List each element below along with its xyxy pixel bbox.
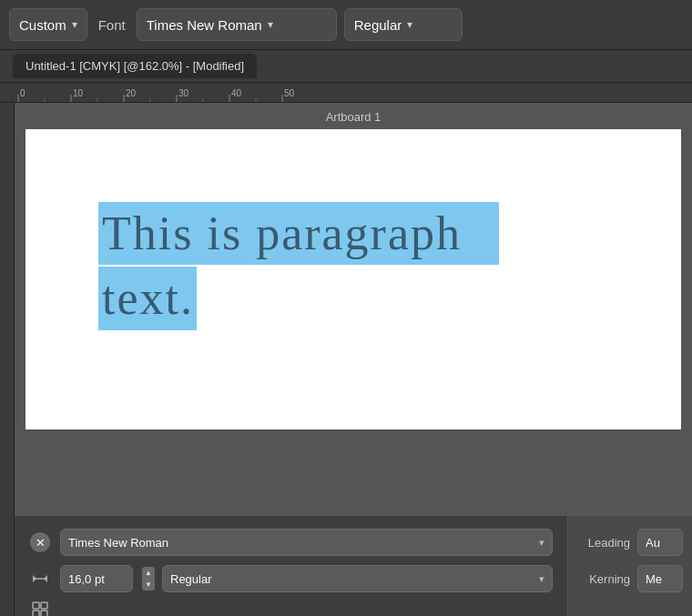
- canvas-area: Artboard 1 This is paragraph text.: [0, 103, 692, 616]
- style-chevron-icon: ▾: [407, 18, 412, 31]
- text-content-line1: This is paragraph: [102, 207, 462, 259]
- style-label: Regular: [354, 17, 402, 33]
- leading-value[interactable]: Au: [637, 529, 683, 556]
- kerning-value-text: Me: [646, 572, 662, 586]
- text-line2: text.: [98, 267, 197, 329]
- leading-label: Leading: [575, 536, 630, 550]
- document-tab[interactable]: Untitled-1 [CMYK] [@162.0%] - [Modified]: [13, 54, 257, 78]
- font-panel-chevron-icon: ▾: [539, 537, 544, 549]
- canvas-content[interactable]: Artboard 1 This is paragraph text.: [15, 103, 692, 616]
- preset-label: Custom: [19, 17, 66, 33]
- title-bar: Untitled-1 [CMYK] [@162.0%] - [Modified]: [0, 50, 692, 83]
- close-panel-button[interactable]: ✕: [30, 532, 50, 552]
- panel-icon-col-1: ✕: [27, 532, 53, 552]
- kerning-label: Kerning: [575, 572, 630, 586]
- style-panel-dropdown[interactable]: Regular ▾: [162, 565, 553, 592]
- style-dropdown[interactable]: Regular ▾: [344, 8, 463, 41]
- font-size-value: 16,0 pt: [68, 572, 105, 586]
- preset-dropdown[interactable]: Custom ▾: [9, 8, 87, 41]
- font-size-stepper[interactable]: ▲ ▼: [142, 567, 155, 591]
- svg-text:50: 50: [284, 88, 295, 98]
- font-size-input[interactable]: 16,0 pt: [60, 565, 133, 592]
- panel-row-size: 16,0 pt ▲ ▼ Regular ▾: [27, 565, 553, 592]
- font-panel-label: Times New Roman: [68, 536, 168, 550]
- font-dropdown[interactable]: Times New Roman ▾: [137, 8, 337, 41]
- svg-text:40: 40: [231, 88, 242, 98]
- svg-rect-20: [41, 602, 47, 609]
- style-panel-label: Regular: [170, 572, 212, 586]
- panel-row-font: ✕ Times New Roman ▾: [27, 529, 553, 556]
- svg-text:20: 20: [126, 88, 137, 98]
- svg-text:10: 10: [73, 88, 84, 98]
- toolbar: Custom ▾ Font Times New Roman ▾ Regular …: [0, 0, 692, 50]
- size-decrease-button[interactable]: ▼: [142, 579, 155, 591]
- arrows-icon: [31, 571, 49, 586]
- text-content-line2: text.: [102, 272, 194, 324]
- svg-text:30: 30: [178, 88, 189, 98]
- ruler: 0 10 20 30 40 50: [0, 83, 692, 103]
- font-name-label: Times New Roman: [147, 17, 262, 33]
- leading-value-text: Au: [646, 536, 660, 550]
- size-increase-button[interactable]: ▲: [142, 567, 155, 579]
- vertical-ruler: [0, 103, 15, 616]
- style-panel-chevron-icon: ▾: [539, 573, 544, 585]
- panel-row-grid: [27, 601, 553, 616]
- preset-chevron-icon: ▾: [72, 18, 77, 31]
- svg-rect-0: [4, 83, 688, 102]
- artboard-label: Artboard 1: [326, 110, 382, 124]
- text-block[interactable]: This is paragraph text.: [98, 202, 499, 330]
- font-label: Font: [95, 17, 129, 33]
- ruler-svg: 0 10 20 30 40 50: [4, 83, 688, 102]
- text-line1: This is paragraph: [98, 202, 499, 265]
- grid-icon: [32, 601, 48, 616]
- kerning-row: Kerning Me: [575, 565, 683, 592]
- kerning-value[interactable]: Me: [637, 565, 683, 592]
- panel-left: ✕ Times New Roman ▾: [15, 516, 565, 616]
- svg-rect-19: [33, 602, 39, 609]
- panel-right: Leading Au Kerning Me: [565, 516, 692, 616]
- panel-icon-col-2: [27, 571, 53, 586]
- close-icon: ✕: [36, 536, 46, 550]
- panel-icon-col-3: [27, 601, 53, 616]
- svg-text:0: 0: [20, 88, 25, 98]
- leading-row: Leading Au: [575, 529, 683, 556]
- font-chevron-icon: ▾: [268, 18, 273, 31]
- bottom-panel: ✕ Times New Roman ▾: [15, 516, 692, 616]
- svg-rect-21: [33, 611, 39, 616]
- font-panel-dropdown[interactable]: Times New Roman ▾: [60, 529, 553, 556]
- document-title: Untitled-1 [CMYK] [@162.0%] - [Modified]: [25, 59, 244, 73]
- artboard[interactable]: This is paragraph text.: [25, 129, 681, 429]
- svg-rect-22: [41, 611, 47, 616]
